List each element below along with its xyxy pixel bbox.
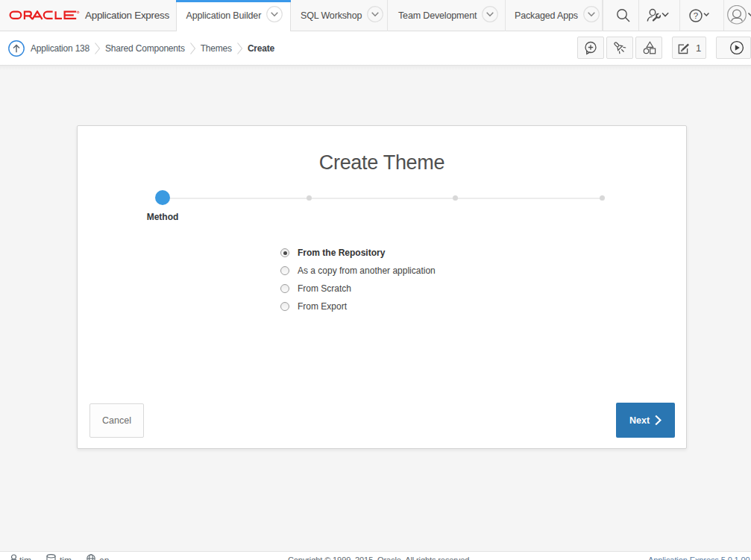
svg-text:?: ? bbox=[693, 11, 697, 20]
